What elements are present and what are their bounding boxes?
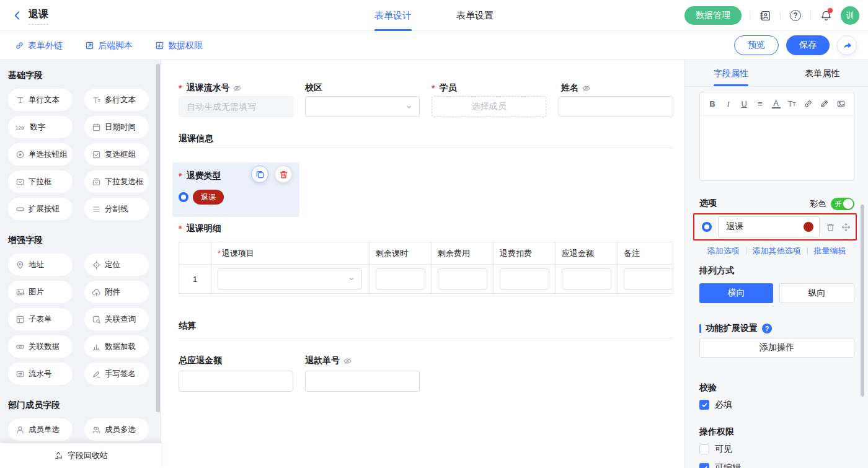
bold-icon[interactable]: B [708,99,717,108]
table-row-input[interactable] [624,268,673,289]
copy-field-button[interactable] [251,166,268,183]
toolbar-link[interactable]: 表单外链 [15,40,63,51]
table-row-input[interactable] [438,268,487,289]
chevron-left-icon [12,10,23,21]
avatar[interactable]: 训 [841,6,859,25]
preview-button[interactable]: 预览 [734,35,779,55]
option-action-link[interactable]: 批量编辑 [814,245,846,257]
section-title-refund-info: 退课信息 [179,133,213,144]
field-pill-linked-data[interactable]: 关联数据 [8,335,73,358]
panel-scrollbar[interactable] [861,205,864,397]
checkbox-checked-icon[interactable] [699,400,709,410]
radio-selected-icon[interactable] [179,192,188,202]
refund-type-option-tag[interactable]: 退课 [193,190,224,205]
table-row-input[interactable] [500,268,549,289]
add-operation-button[interactable]: 添加操作 [699,338,854,358]
sidebar-scrollbar[interactable] [156,64,160,412]
label-rich-text-editor[interactable]: BIU≡ATT [699,92,854,181]
font-color-icon[interactable]: A [772,99,781,108]
field-pill-member-multi[interactable]: 成员多选 [84,418,149,441]
field-pill-number[interactable]: 123数字 [8,116,73,138]
back-button[interactable] [10,8,25,23]
field-pill-multi-line-text[interactable]: 多行文本 [84,89,149,111]
table-column-header: 备注 [618,242,673,264]
field-pill-signature[interactable]: 手写签名 [84,363,149,385]
field-pill-multi-select[interactable]: 下拉复选框 [84,170,149,193]
field-pill-select[interactable]: 下拉框 [8,170,73,193]
option-radio-icon[interactable] [702,222,712,232]
option-drag-handle-icon[interactable] [841,223,851,232]
share-button[interactable] [837,35,857,55]
required-checkbox-row[interactable]: 必填 [699,399,732,410]
field-pill-checkbox-group[interactable]: 复选框组 [84,143,149,166]
field-pill-attachment[interactable]: 附件 [84,281,149,303]
permission-checkbox-row[interactable]: 可编辑 [699,462,741,468]
refund-no-input[interactable] [305,371,420,392]
delete-field-button[interactable] [275,166,292,183]
field-pill-radio-group[interactable]: 单选按钮组 [8,143,73,166]
table-row-input[interactable] [376,268,425,289]
member-multi-icon [92,425,101,435]
field-pill-serial-number[interactable]: 流水号 [8,363,73,385]
total-refund-input[interactable] [179,371,293,392]
field-pill-lookup[interactable]: 关联查询 [84,308,149,330]
tab-inactive[interactable]: 表单设置 [456,0,494,31]
arrangement-horizontal-button[interactable]: 横向 [699,283,773,303]
field-pill-locate[interactable]: 定位 [84,254,149,276]
option-delete-icon[interactable] [826,223,835,232]
serial-field-input[interactable]: 自动生成无需填写 [179,96,293,117]
table-row-input[interactable] [562,268,611,289]
underline-icon[interactable]: U [740,99,748,108]
color-toggle[interactable]: 开 [831,198,854,210]
align-icon[interactable]: ≡ [756,99,764,108]
field-pill-member-single[interactable]: 成员单选 [8,418,73,441]
option-text-input[interactable]: 退课 [718,216,820,237]
field-pill-subform[interactable]: 子表单 [8,308,73,330]
italic-icon[interactable]: I [724,99,733,109]
font-size-icon[interactable]: TT [787,99,796,108]
sidebar-section-title: 增强字段 [8,235,161,246]
insert-image-icon[interactable] [836,99,846,108]
help-icon[interactable]: ? [789,9,802,22]
field-pill-single-line-text[interactable]: 单行文本 [8,89,73,111]
svg-text:123: 123 [16,125,24,130]
option-action-link[interactable]: 添加其他选项 [753,245,801,257]
help-question-icon[interactable]: ? [762,324,772,333]
permission-checkbox-row[interactable]: 可见 [699,444,732,455]
field-pill-divider[interactable]: 分割线 [84,198,149,220]
toolbar-link[interactable]: 后端脚本 [85,40,133,51]
panel-tab-active[interactable]: 字段属性 [685,60,777,86]
contact-book-icon[interactable] [758,9,772,22]
option-color-swatch[interactable] [804,222,813,232]
unlink-icon[interactable] [820,99,829,108]
field-pill-datetime[interactable]: 日期时间 [84,116,149,138]
divider [780,11,781,20]
select-icon [16,177,25,187]
table-row-select[interactable] [218,268,362,289]
field-pill-data-load[interactable]: 数据加载 [84,335,149,358]
data-manage-button[interactable]: 数据管理 [684,6,742,25]
checkbox-checked-icon[interactable] [699,463,709,468]
link-icon[interactable] [804,99,813,108]
name-field-input[interactable] [559,96,673,117]
selected-field-block[interactable]: 退费类型 退课 [172,162,299,217]
option-action-link[interactable]: 添加选项 [707,245,740,257]
divider [750,11,750,20]
notification-bell-icon[interactable] [819,9,833,22]
data-load-icon [92,342,101,351]
form-title[interactable]: 退课 [29,8,48,25]
refund-type-option[interactable]: 退课 [179,190,224,205]
field-pill-address[interactable]: 地址 [8,254,73,276]
save-button[interactable]: 保存 [786,35,830,55]
panel-tab-inactive[interactable]: 表单属性 [777,60,868,86]
serial-field-label: 退课流水号 [179,82,242,94]
field-pill-image[interactable]: 图片 [8,281,73,303]
field-recycle-bin[interactable]: 字段回收站 [0,443,161,468]
tab-active[interactable]: 表单设计 [374,0,412,31]
field-pill-extend-button[interactable]: 扩展按钮 [8,198,73,220]
student-member-picker[interactable]: 选择成员 [432,96,546,117]
checkbox-unchecked-icon[interactable] [699,444,709,454]
arrangement-vertical-button[interactable]: 纵向 [779,283,854,303]
toolbar-link[interactable]: 数据权限 [155,40,203,51]
campus-select[interactable] [305,96,420,117]
